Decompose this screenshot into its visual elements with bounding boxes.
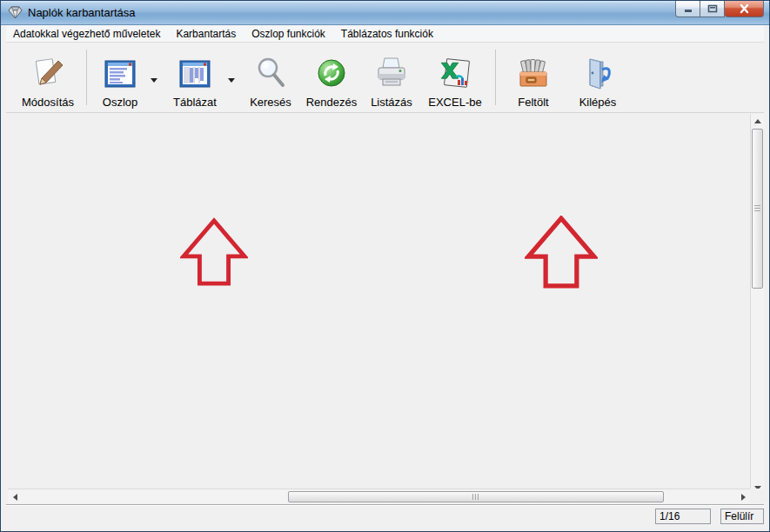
statusbar: 1/16 Felülír xyxy=(6,504,764,527)
oszlop-button[interactable]: Oszlop xyxy=(93,48,147,109)
maximize-button[interactable] xyxy=(700,1,725,17)
excel-icon xyxy=(437,54,473,94)
app-window: Naplók karbantartása Adatokkal végezhető… xyxy=(0,0,770,532)
vertical-scroll-thumb[interactable] xyxy=(752,129,763,289)
listazas-button[interactable]: Listázás xyxy=(365,48,418,109)
record-position-indicator: 1/16 xyxy=(655,509,711,524)
sort-refresh-icon xyxy=(313,54,350,94)
minimize-button[interactable] xyxy=(675,1,700,17)
scroll-up-button[interactable] xyxy=(751,114,764,128)
menubar: Adatokkal végezhető műveletek Karbantart… xyxy=(6,25,764,43)
kereses-label: Keresés xyxy=(250,94,291,109)
rendezes-button[interactable]: Rendezés xyxy=(302,48,361,109)
rendezes-label: Rendezés xyxy=(306,94,358,109)
feltolt-label: Feltölt xyxy=(518,94,548,109)
search-icon xyxy=(252,54,289,94)
maximize-icon xyxy=(707,3,718,14)
tablazat-label: Táblázat xyxy=(173,94,217,109)
scroll-right-button[interactable] xyxy=(736,490,750,503)
kilepes-button[interactable]: Kilépés xyxy=(570,48,626,109)
oszlop-label: Oszlop xyxy=(103,94,137,109)
excel-label: EXCEL-be xyxy=(428,94,481,109)
excel-button[interactable]: EXCEL-be xyxy=(424,48,486,109)
printer-icon xyxy=(373,54,410,94)
oszlop-dropdown-arrow[interactable] xyxy=(148,74,160,86)
menu-item-oszlop-funkciok[interactable]: Oszlop funkciók xyxy=(244,26,333,42)
feltolt-button[interactable]: Feltölt xyxy=(506,48,561,109)
window-controls xyxy=(675,1,764,17)
scroll-left-button[interactable] xyxy=(8,490,22,503)
vertical-scrollbar[interactable] xyxy=(750,114,764,495)
kereses-button[interactable]: Keresés xyxy=(243,48,298,109)
card-file-icon xyxy=(515,54,552,94)
modositas-button[interactable]: Módosítás xyxy=(15,48,81,109)
edit-icon xyxy=(30,54,66,94)
tablazat-dropdown-arrow[interactable] xyxy=(225,74,238,86)
menu-item-karbantartas[interactable]: Karbantartás xyxy=(168,26,244,42)
data-grid xyxy=(6,113,764,525)
listazas-label: Listázás xyxy=(371,94,412,109)
toolbar-separator xyxy=(86,50,87,105)
scrollbar-corner xyxy=(750,489,764,503)
toolbar: Módosítás Oszlop xyxy=(6,43,764,113)
column-window-icon xyxy=(102,54,138,94)
titlebar: Naplók karbantartása xyxy=(1,1,770,25)
minimize-icon xyxy=(683,3,693,14)
close-icon xyxy=(739,3,750,14)
table-window-icon xyxy=(177,54,213,94)
exit-door-icon xyxy=(579,54,616,94)
horizontal-scroll-thumb[interactable] xyxy=(288,491,664,502)
overwrite-mode-indicator: Felülír xyxy=(720,509,764,524)
modositas-label: Módosítás xyxy=(22,94,74,109)
kilepes-label: Kilépés xyxy=(579,94,617,109)
menu-item-adatokkal[interactable]: Adatokkal végezhető műveletek xyxy=(6,26,168,42)
window-title: Naplók karbantartása xyxy=(28,6,136,19)
menu-item-tablazatos-funkciok[interactable]: Táblázatos funkciók xyxy=(333,26,441,42)
toolbar-separator xyxy=(495,50,496,105)
tablazat-button[interactable]: Táblázat xyxy=(166,48,224,109)
close-button[interactable] xyxy=(725,1,764,17)
horizontal-scrollbar[interactable] xyxy=(8,489,750,503)
app-diamond-icon xyxy=(8,5,23,20)
